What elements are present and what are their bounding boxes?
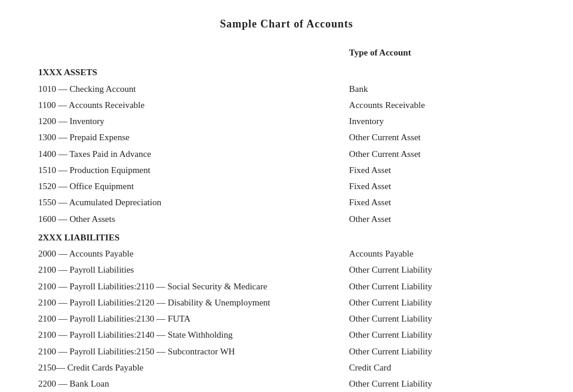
table-row: 2100 — Payroll Liabilities:2150 — Subcon… xyxy=(36,344,537,360)
table-row: 2100 — Payroll LiabilitiesOther Current … xyxy=(36,262,537,278)
account-name-cell: 1200 — Inventory xyxy=(36,113,347,129)
column-header-type: Type of Account xyxy=(347,45,537,62)
account-name-cell: 2100 — Payroll Liabilities:2110 — Social… xyxy=(36,279,347,295)
page: Sample Chart of Accounts Type of Account… xyxy=(0,0,573,392)
account-type-cell: Inventory xyxy=(347,113,537,129)
section-header-label: 2XXX LIABILITIES xyxy=(36,227,537,246)
table-row: 1010 — Checking AccountBank xyxy=(36,81,537,97)
table-row: 1520 — Office EquipmentFixed Asset xyxy=(36,178,537,195)
account-type-cell: Other Current Liability xyxy=(347,376,537,392)
account-name-cell: 1400 — Taxes Paid in Advance xyxy=(36,146,347,162)
column-header-account xyxy=(36,45,347,62)
account-type-cell: Other Current Liability xyxy=(347,279,537,295)
account-name-cell: 1600 — Other Assets xyxy=(36,211,347,227)
account-name-cell: 2100 — Payroll Liabilities:2150 — Subcon… xyxy=(36,344,347,360)
account-name-cell: 2100 — Payroll Liabilities:2120 — Disabi… xyxy=(36,295,347,311)
accounts-table: Type of Account 1XXX ASSETS1010 — Checki… xyxy=(36,45,537,392)
account-name-cell: 2100 — Payroll Liabilities xyxy=(36,262,347,278)
account-type-cell: Other Current Liability xyxy=(347,311,537,327)
section-header-row: 2XXX LIABILITIES xyxy=(36,227,537,246)
table-row: 1600 — Other AssetsOther Asset xyxy=(36,211,537,227)
account-type-cell: Fixed Asset xyxy=(347,178,537,195)
account-type-cell: Other Current Asset xyxy=(347,129,537,146)
table-row: 1300 — Prepaid ExpenseOther Current Asse… xyxy=(36,129,537,146)
table-header-row: Type of Account xyxy=(36,45,537,62)
table-row: 1100 — Accounts ReceivableAccounts Recei… xyxy=(36,97,537,113)
account-type-cell: Other Current Liability xyxy=(347,344,537,360)
account-name-cell: 2200 — Bank Loan xyxy=(36,376,347,392)
table-row: 2000 — Accounts PayableAccounts Payable xyxy=(36,246,537,262)
section-header-label: 1XXX ASSETS xyxy=(36,62,537,81)
table-row: 2100 — Payroll Liabilities:2130 — FUTAOt… xyxy=(36,311,537,327)
account-name-cell: 1010 — Checking Account xyxy=(36,81,347,97)
account-type-cell: Bank xyxy=(347,81,537,97)
section-header-row: 1XXX ASSETS xyxy=(36,62,537,81)
table-row: 2100 — Payroll Liabilities:2120 — Disabi… xyxy=(36,295,537,311)
account-type-cell: Accounts Payable xyxy=(347,246,537,262)
account-name-cell: 2150— Credit Cards Payable xyxy=(36,360,347,376)
account-name-cell: 2100 — Payroll Liabilities:2130 — FUTA xyxy=(36,311,347,327)
account-name-cell: 1550 — Acumulated Depreciation xyxy=(36,195,347,211)
account-name-cell: 2100 — Payroll Liabilities:2140 — State … xyxy=(36,327,347,343)
table-row: 1400 — Taxes Paid in AdvanceOther Curren… xyxy=(36,146,537,162)
table-row: 2150— Credit Cards PayableCredit Card xyxy=(36,360,537,376)
account-type-cell: Fixed Asset xyxy=(347,162,537,178)
table-row: 2100 — Payroll Liabilities:2110 — Social… xyxy=(36,279,537,295)
account-type-cell: Other Current Asset xyxy=(347,146,537,162)
page-title: Sample Chart of Accounts xyxy=(36,18,537,30)
table-row: 2100 — Payroll Liabilities:2140 — State … xyxy=(36,327,537,343)
account-type-cell: Other Current Liability xyxy=(347,327,537,343)
account-type-cell: Other Current Liability xyxy=(347,295,537,311)
account-name-cell: 1510 — Production Equipment xyxy=(36,162,347,178)
account-type-cell: Other Asset xyxy=(347,211,537,227)
table-row: 1550 — Acumulated DepreciationFixed Asse… xyxy=(36,195,537,211)
account-name-cell: 1100 — Accounts Receivable xyxy=(36,97,347,113)
account-name-cell: 1300 — Prepaid Expense xyxy=(36,129,347,146)
table-row: 1200 — InventoryInventory xyxy=(36,113,537,129)
account-name-cell: 2000 — Accounts Payable xyxy=(36,246,347,262)
account-type-cell: Fixed Asset xyxy=(347,195,537,211)
account-type-cell: Credit Card xyxy=(347,360,537,376)
table-row: 1510 — Production EquipmentFixed Asset xyxy=(36,162,537,178)
account-type-cell: Other Current Liability xyxy=(347,262,537,278)
account-name-cell: 1520 — Office Equipment xyxy=(36,178,347,195)
table-row: 2200 — Bank LoanOther Current Liability xyxy=(36,376,537,392)
account-type-cell: Accounts Receivable xyxy=(347,97,537,113)
